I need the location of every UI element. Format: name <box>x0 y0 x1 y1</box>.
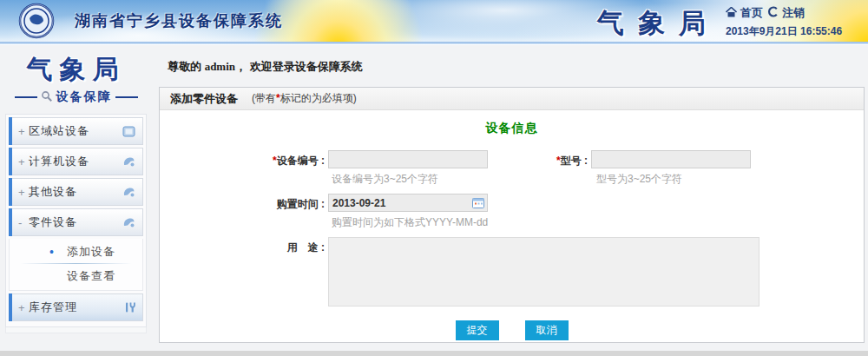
sidebar-item-parts-equipment[interactable]: - 零件设备 <box>9 208 143 236</box>
device-no-hint: 设备编号为3~25个字符 <box>332 172 592 187</box>
calendar-icon[interactable] <box>472 197 484 211</box>
sidebar-item-computer-equipment[interactable]: + 计算机设备 <box>9 148 143 175</box>
section-title: 设备信息 <box>160 121 864 136</box>
logout-icon <box>767 6 779 20</box>
header-datetime: 2013年9月21日 16:55:46 <box>726 24 858 39</box>
device-icon <box>122 186 135 198</box>
username: admin <box>205 60 235 73</box>
add-part-equipment-panel: 添加零件设备 (带有*标记的为必填项) 设备信息 *设备编号 : *型号 : <box>159 87 865 343</box>
welcome-message: 尊敬的 admin， 欢迎登录设备保障系统 <box>159 50 865 75</box>
purchase-date-input[interactable] <box>328 194 488 212</box>
parts-equipment-submenu: • 添加设备 设备查看 <box>9 239 143 291</box>
device-icon <box>122 216 135 228</box>
tools-icon <box>123 301 135 313</box>
panel-title: 添加零件设备 <box>170 91 238 107</box>
panel-header: 添加零件设备 (带有*标记的为必填项) <box>160 88 864 110</box>
bureau-title: 气象局 <box>597 5 720 42</box>
home-link[interactable]: 首页 <box>726 5 763 21</box>
sidebar-item-inventory-management[interactable]: + 库存管理 <box>9 293 143 321</box>
active-bullet: • <box>49 245 56 259</box>
device-icon <box>122 155 135 168</box>
logout-link[interactable]: 注销 <box>767 5 805 21</box>
submenu-item-view-equipment[interactable]: 设备查看 <box>10 265 142 287</box>
model-label: *型号 : <box>488 150 588 168</box>
home-icon <box>726 7 737 20</box>
submenu-divider <box>20 263 132 264</box>
model-input[interactable] <box>591 150 751 168</box>
sidebar: 气象局 设备保障 + 区域站设备 <box>5 50 147 343</box>
usage-textarea[interactable] <box>328 237 760 307</box>
sidebar-item-regional-station[interactable]: + 区域站设备 <box>9 117 143 145</box>
sidebar-sub-brand: 设备保障 <box>5 89 147 105</box>
usage-label: 用 途 : <box>160 237 325 255</box>
divider-line <box>115 96 138 98</box>
system-title: 湖南省宁乡县设备保障系统 <box>75 10 283 31</box>
sidebar-footer <box>5 327 147 333</box>
submenu-item-add-equipment[interactable]: • 添加设备 <box>10 241 142 262</box>
equipment-form: *设备编号 : *型号 : 设备编号为3~25个字符 型号为3~25个字符 <box>160 150 864 340</box>
required-note: (带有*标记的为必填项) <box>252 91 357 106</box>
sidebar-brand: 气象局 <box>5 52 147 88</box>
submit-button[interactable]: 提交 <box>456 320 499 340</box>
purchase-date-hint: 购置时间为如下格式YYYY-MM-dd <box>332 215 488 230</box>
cancel-button[interactable]: 取消 <box>525 320 569 340</box>
sidebar-menu: + 区域站设备 + 计算机设备 <box>5 114 147 327</box>
divider-line <box>15 96 37 98</box>
main-content: 尊敬的 admin， 欢迎登录设备保障系统 添加零件设备 (带有*标记的为必填项… <box>159 50 865 343</box>
purchase-date-label: 购置时间 : <box>160 194 325 212</box>
bureau-seal-logo <box>17 3 56 42</box>
monitor-icon <box>122 126 135 137</box>
magnifier-icon <box>41 90 53 105</box>
header-links: 首页 注销 2013年9月21日 16:55:46 <box>726 5 858 39</box>
device-no-input[interactable] <box>328 150 488 168</box>
device-no-label: *设备编号 : <box>160 150 325 168</box>
app-header: 湖南省宁乡县设备保障系统 气象局 首页 注销 <box>0 0 868 42</box>
page-footer-strip <box>0 351 868 356</box>
sidebar-item-other-equipment[interactable]: + 其他设备 <box>9 178 143 206</box>
model-hint: 型号为3~25个字符 <box>596 172 682 187</box>
